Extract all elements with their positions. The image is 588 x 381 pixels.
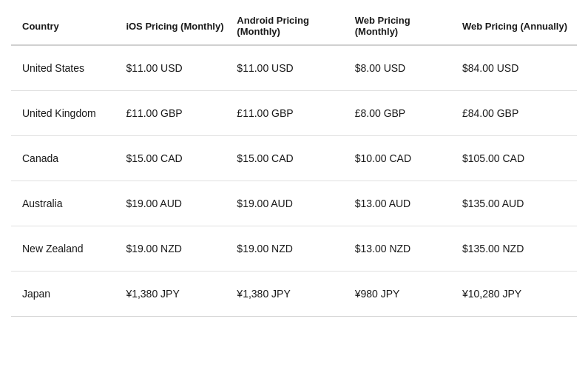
header-web-annual: Web Pricing (Annually) — [462, 7, 577, 45]
cell-android: $19.00 AUD — [237, 181, 354, 226]
table-row: United States$11.00 USD$11.00 USD$8.00 U… — [11, 45, 577, 91]
cell-country: Japan — [11, 272, 126, 317]
cell-ios: $19.00 NZD — [126, 226, 237, 272]
cell-ios: ¥1,380 JPY — [126, 272, 237, 317]
cell-country: Australia — [11, 181, 126, 226]
pricing-table: Country iOS Pricing (Monthly) Android Pr… — [11, 7, 577, 317]
pricing-table-container: Country iOS Pricing (Monthly) Android Pr… — [0, 0, 588, 324]
table-row: New Zealand$19.00 NZD$19.00 NZD$13.00 NZ… — [11, 226, 577, 272]
cell-android: $15.00 CAD — [237, 136, 354, 181]
header-web-monthly: Web Pricing (Monthly) — [355, 7, 462, 45]
cell-country: United States — [11, 45, 126, 91]
cell-android: £11.00 GBP — [237, 91, 354, 136]
cell-web_monthly: £8.00 GBP — [355, 91, 462, 136]
cell-web_annual: $135.00 AUD — [462, 181, 577, 226]
cell-country: United Kingdom — [11, 91, 126, 136]
cell-android: $11.00 USD — [237, 45, 354, 91]
header-android: Android Pricing (Monthly) — [237, 7, 354, 45]
cell-android: $19.00 NZD — [237, 226, 354, 272]
table-row: Canada$15.00 CAD$15.00 CAD$10.00 CAD$105… — [11, 136, 577, 181]
cell-web_monthly: $13.00 AUD — [355, 181, 462, 226]
cell-web_monthly: $8.00 USD — [355, 45, 462, 91]
cell-web_annual: $135.00 NZD — [462, 226, 577, 272]
cell-web_annual: ¥10,280 JPY — [462, 272, 577, 317]
header-ios: iOS Pricing (Monthly) — [126, 7, 237, 45]
cell-ios: $11.00 USD — [126, 45, 237, 91]
cell-ios: $15.00 CAD — [126, 136, 237, 181]
cell-ios: £11.00 GBP — [126, 91, 237, 136]
table-row: Australia$19.00 AUD$19.00 AUD$13.00 AUD$… — [11, 181, 577, 226]
table-row: Japan¥1,380 JPY¥1,380 JPY¥980 JPY¥10,280… — [11, 272, 577, 317]
cell-web_monthly: $13.00 NZD — [355, 226, 462, 272]
cell-android: ¥1,380 JPY — [237, 272, 354, 317]
cell-ios: $19.00 AUD — [126, 181, 237, 226]
cell-web_monthly: ¥980 JPY — [355, 272, 462, 317]
cell-country: Canada — [11, 136, 126, 181]
table-header-row: Country iOS Pricing (Monthly) Android Pr… — [11, 7, 577, 45]
header-country: Country — [11, 7, 126, 45]
cell-web_annual: $105.00 CAD — [462, 136, 577, 181]
cell-web_monthly: $10.00 CAD — [355, 136, 462, 181]
table-row: United Kingdom£11.00 GBP£11.00 GBP£8.00 … — [11, 91, 577, 136]
cell-web_annual: $84.00 USD — [462, 45, 577, 91]
cell-web_annual: £84.00 GBP — [462, 91, 577, 136]
cell-country: New Zealand — [11, 226, 126, 272]
